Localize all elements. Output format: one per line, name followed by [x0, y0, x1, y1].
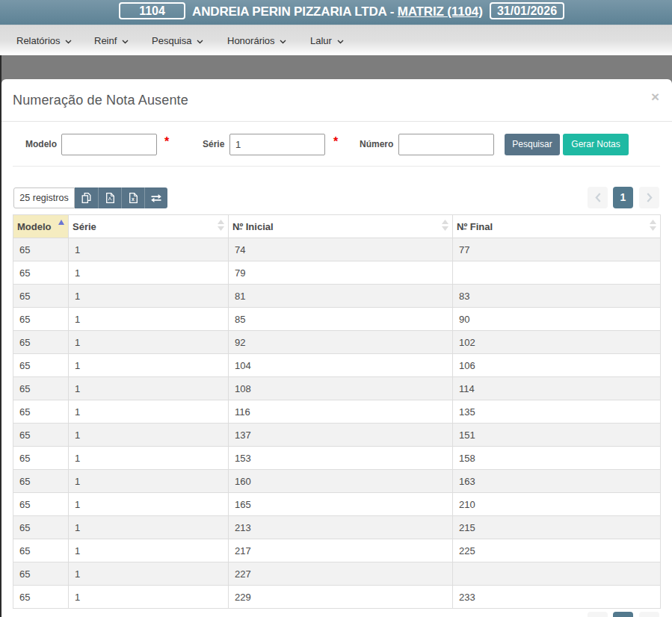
svg-text:x: x — [132, 196, 135, 202]
